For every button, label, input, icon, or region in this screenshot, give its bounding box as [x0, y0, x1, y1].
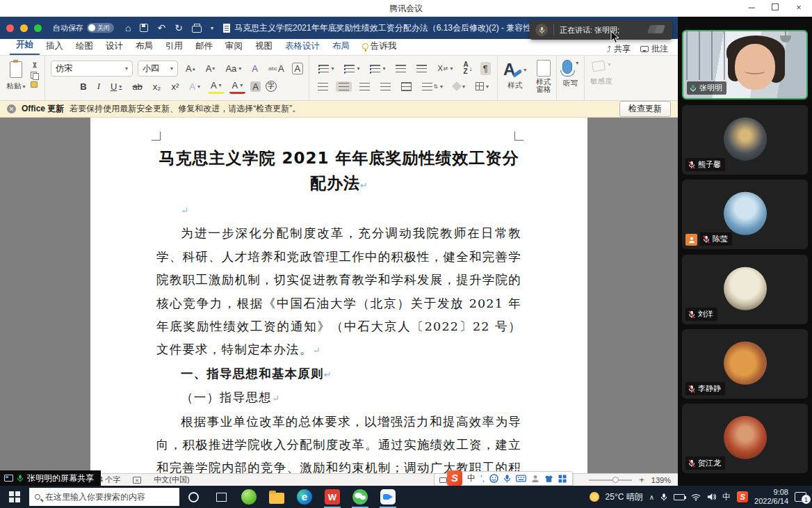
document-page[interactable]: 马克思主义学院 2021 年年底奖励性绩效工资分配办法↵ ↵ 为进一步深化分配制… [90, 118, 587, 473]
tray-mic-icon[interactable] [660, 493, 667, 502]
mac-minimize-button[interactable] [20, 24, 28, 32]
ime-toolbox-icon[interactable] [558, 475, 567, 483]
clear-format-button[interactable]: A [249, 62, 261, 75]
grow-font-button[interactable]: A▴ [183, 62, 198, 75]
line-spacing-button[interactable]: ⇅▾ [419, 81, 446, 92]
ime-punctuation[interactable]: ’, [480, 474, 485, 484]
tray-ime-mode[interactable]: 中 [722, 491, 731, 503]
volume-icon[interactable] [707, 493, 716, 501]
zoom-slider-thumb[interactable] [612, 477, 619, 483]
task-view-button[interactable] [207, 486, 235, 508]
weather-sun-icon[interactable] [590, 492, 599, 502]
multilevel-list-button[interactable]: ▾ [367, 63, 388, 74]
font-name-combo[interactable]: 仿宋▾ [51, 61, 133, 77]
search-input[interactable] [45, 492, 163, 502]
bold-button[interactable]: B [77, 80, 89, 93]
enclose-char-button[interactable]: 字 [266, 81, 277, 92]
ime-keyboard-icon[interactable] [516, 475, 526, 482]
tab-table-design[interactable]: 表格设计 [279, 38, 326, 55]
home-icon[interactable]: ⌂ [125, 22, 131, 33]
tab-mailings[interactable]: 邮件 [189, 38, 219, 55]
zoom-in-button[interactable]: + [639, 475, 644, 485]
mac-zoom-button[interactable] [34, 24, 42, 32]
weather-text[interactable]: 25°C 晴朗 [606, 491, 643, 503]
tab-references[interactable]: 引用 [159, 38, 189, 55]
numbering-button[interactable]: ▾ [341, 63, 362, 74]
participant-tile-chenying[interactable]: 陈莹 [682, 180, 808, 249]
tab-design[interactable]: 设计 [99, 38, 129, 55]
tab-draw[interactable]: 绘图 [70, 38, 99, 55]
change-case-button[interactable]: Aa▾ [222, 62, 244, 75]
italic-button[interactable]: I [95, 79, 103, 93]
participant-tile-lijingjing[interactable]: 李静静 [682, 329, 808, 399]
taskbar-app-meeting[interactable] [374, 486, 402, 508]
sort-button[interactable]: AZ↓ [461, 60, 476, 77]
print-icon[interactable] [192, 26, 202, 33]
superscript-button[interactable]: x² [168, 80, 181, 93]
maximize-button[interactable] [769, 2, 781, 13]
tab-table-layout[interactable]: 布局 [326, 38, 356, 55]
check-updates-button[interactable]: 检查更新 [619, 101, 671, 117]
language-status[interactable]: 中文(中国) [154, 475, 189, 485]
distribute-button[interactable] [398, 81, 414, 93]
text-effects-button[interactable]: A▾ [186, 80, 203, 93]
shrink-font-button[interactable]: A▾ [203, 62, 218, 75]
ime-mode-chinese[interactable]: 中 [467, 473, 476, 484]
styles-button[interactable]: A▾ 样式 [503, 60, 526, 90]
battery-icon[interactable] [674, 494, 685, 500]
tab-insert[interactable]: 插入 [40, 38, 70, 55]
tab-review[interactable]: 审阅 [219, 38, 249, 55]
paste-button[interactable] [6, 59, 26, 80]
tray-sogou-icon[interactable]: S [737, 491, 748, 502]
redo-icon[interactable]: ↻ [174, 22, 183, 33]
font-size-combo[interactable]: 小四▾ [138, 61, 178, 77]
participant-tile-xiongzixin[interactable]: 熊子馨 [682, 105, 808, 175]
strikethrough-button[interactable]: ab [129, 80, 145, 93]
align-right-button[interactable] [357, 81, 373, 92]
font-color-button[interactable]: A▾ [229, 79, 246, 94]
cut-icon[interactable] [31, 62, 39, 69]
taskbar-app-wechat[interactable] [346, 486, 374, 508]
tab-tell-me[interactable]: 告诉我 [356, 38, 403, 55]
comments-button[interactable]: 批注 [640, 43, 668, 55]
char-shading-button[interactable]: A [250, 81, 261, 92]
align-left-button[interactable] [315, 81, 331, 92]
taskbar-app-wps[interactable]: W [318, 486, 346, 508]
qat-dropdown-icon[interactable]: ▾ [211, 25, 213, 31]
taskbar-app-edge[interactable]: e [291, 486, 318, 508]
tab-layout[interactable]: 布局 [129, 38, 159, 55]
style-pane-button[interactable]: 样式窗格 [536, 60, 551, 93]
taskbar-search[interactable] [29, 488, 179, 506]
participant-tile-zhangmingming[interactable]: 张明明 [682, 30, 808, 100]
participant-tile-liuyang[interactable]: 刘洋 [682, 255, 808, 324]
align-center-button[interactable] [336, 81, 352, 92]
participant-tile-hejianglong[interactable]: 贺江龙 [682, 404, 808, 473]
ime-person-icon[interactable] [531, 475, 539, 483]
increase-indent-button[interactable] [414, 63, 430, 74]
highlight-button[interactable]: A▾ [208, 79, 225, 94]
save-icon[interactable] [140, 24, 148, 32]
copy-icon[interactable] [31, 72, 39, 79]
ime-emoji-icon[interactable] [489, 474, 498, 483]
undo-icon[interactable]: ↶ [157, 22, 165, 33]
share-button[interactable]: ⤴ 共享 [607, 43, 631, 55]
tray-chevron-icon[interactable]: ∧ [649, 493, 654, 501]
decrease-indent-button[interactable] [393, 63, 409, 74]
tab-view[interactable]: 视图 [249, 38, 279, 55]
action-center-icon[interactable]: 1 [795, 492, 806, 502]
borders-button[interactable]: ▾ [473, 81, 492, 92]
taskbar-app-browser360[interactable] [235, 486, 263, 508]
char-border-button[interactable]: A [292, 63, 304, 74]
autosave-toggle[interactable]: 关闭 [87, 23, 114, 33]
phonetic-guide-button[interactable]: abcA [266, 62, 287, 75]
taskbar-app-explorer[interactable] [263, 486, 291, 508]
zoom-level[interactable]: 139% [651, 476, 671, 484]
mac-close-button[interactable] [6, 24, 14, 32]
sogou-logo-icon[interactable]: S [447, 470, 462, 486]
autosave-control[interactable]: 自动保存 关闭 [53, 23, 114, 33]
proofing-status-icon[interactable]: ✕ [133, 477, 141, 484]
tray-clock[interactable]: 9:082022/6/14 [754, 488, 788, 506]
shading-button[interactable]: ▾ [450, 81, 468, 91]
start-button[interactable] [0, 486, 29, 508]
underline-button[interactable]: U▾ [108, 80, 124, 93]
